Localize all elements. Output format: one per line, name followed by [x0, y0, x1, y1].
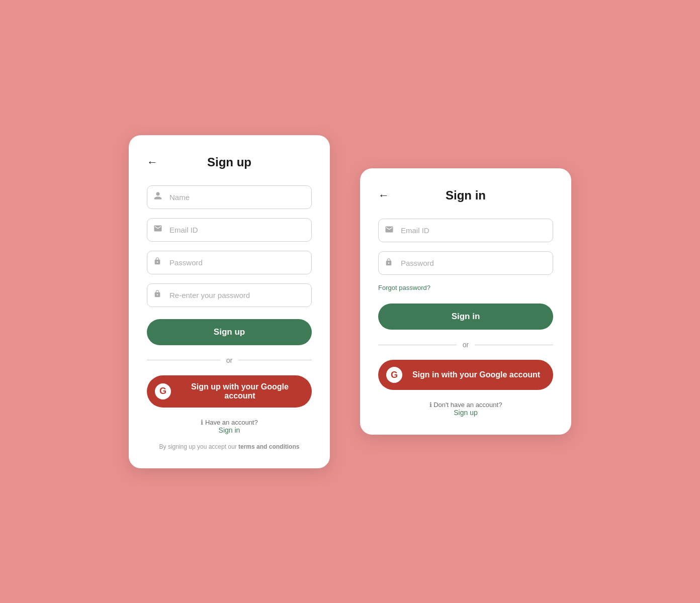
forgot-password-link[interactable]: Forgot password? [378, 284, 553, 291]
signup-back-button[interactable]: ← [147, 157, 158, 168]
signin-link[interactable]: Sign in [147, 426, 312, 434]
signup-email-input-group [147, 218, 312, 242]
reenter-password-input[interactable] [147, 283, 312, 307]
signup-or-divider: or [147, 356, 312, 364]
signin-card: ← Sign in Forgot password? Sign in or G … [360, 168, 571, 435]
signin-button[interactable]: Sign in [378, 304, 553, 330]
signin-google-icon-wrap: G [386, 367, 402, 383]
signup-link[interactable]: Sign up [378, 409, 553, 417]
google-g-icon: G [159, 386, 166, 396]
signin-email-input[interactable] [378, 219, 553, 242]
signup-google-button[interactable]: G Sign up with your Google account [147, 375, 312, 408]
signin-back-button[interactable]: ← [378, 190, 389, 201]
signup-password-input[interactable] [147, 251, 312, 274]
have-account-text: Have an account? [205, 419, 258, 426]
no-account-text: Don't have an account? [433, 401, 502, 409]
info-icon-signin: ℹ [429, 401, 434, 409]
signup-account-note: ℹ Have an account? Sign in [147, 419, 312, 434]
signup-button[interactable]: Sign up [147, 319, 312, 345]
signup-google-button-label: Sign up with your Google account [176, 382, 304, 400]
signup-email-input[interactable] [147, 218, 312, 242]
signup-header: ← Sign up [147, 155, 312, 169]
signin-google-button-label: Sign in with your Google account [407, 370, 545, 379]
info-icon-signup: ℹ [201, 419, 205, 426]
signin-title: Sign in [446, 188, 486, 203]
signin-password-input[interactable] [378, 251, 553, 275]
reenter-password-input-group [147, 283, 312, 307]
signin-password-input-group [378, 251, 553, 275]
name-input-group [147, 185, 312, 209]
terms-link[interactable]: terms and conditions [238, 443, 299, 450]
signup-password-input-group [147, 251, 312, 274]
google-icon-wrap: G [155, 383, 171, 399]
signin-header: ← Sign in [378, 188, 553, 203]
signin-google-button[interactable]: G Sign in with your Google account [378, 360, 553, 390]
signup-card: ← Sign up [129, 135, 330, 468]
signin-email-input-group [378, 219, 553, 242]
signin-or-divider: or [378, 341, 553, 349]
name-input[interactable] [147, 185, 312, 209]
terms-note: By signing up you accept our terms and c… [147, 443, 312, 450]
signup-title: Sign up [207, 155, 251, 169]
signin-account-note: ℹ Don't have an account? Sign up [378, 401, 553, 417]
signin-google-g-icon: G [391, 370, 398, 380]
